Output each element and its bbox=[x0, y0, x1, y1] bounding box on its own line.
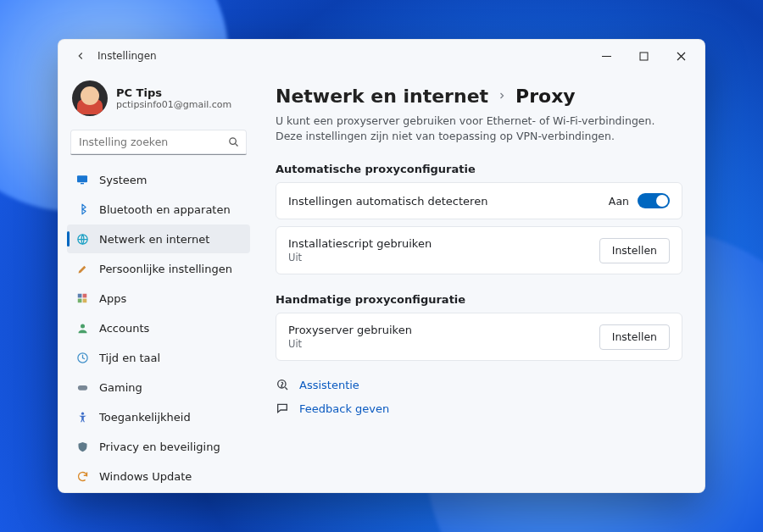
sidebar-item-time-language[interactable]: Tijd en taal bbox=[67, 343, 250, 372]
svg-rect-6 bbox=[78, 294, 82, 298]
sidebar-item-label: Apps bbox=[99, 292, 126, 305]
nav-list: Systeem Bluetooth en apparaten Netwerk e… bbox=[67, 165, 250, 490]
sidebar-item-label: Windows Update bbox=[99, 470, 192, 483]
apps-icon bbox=[75, 291, 89, 305]
settings-window: Instellingen PC Tips pctipsinfo01@gmail.… bbox=[58, 39, 705, 493]
sidebar-item-windows-update[interactable]: Windows Update bbox=[67, 462, 250, 490]
svg-point-13 bbox=[81, 412, 83, 414]
search-box bbox=[70, 130, 247, 155]
svg-rect-8 bbox=[78, 299, 82, 303]
shield-icon bbox=[75, 440, 89, 453]
sidebar-item-label: Persoonlijke instellingen bbox=[99, 263, 232, 275]
card-setup-script: Installatiescript gebruiken Uit Instelle… bbox=[276, 226, 682, 274]
sidebar-item-network[interactable]: Netwerk en internet bbox=[67, 224, 250, 253]
help-link-label: Assistentie bbox=[299, 379, 359, 391]
profile-name: PC Tips bbox=[116, 86, 231, 99]
section-manual-heading: Handmatige proxyconfiguratie bbox=[276, 293, 682, 306]
back-button[interactable] bbox=[69, 44, 92, 68]
svg-point-2 bbox=[230, 138, 237, 145]
sidebar-item-label: Systeem bbox=[99, 174, 147, 186]
svg-rect-12 bbox=[77, 385, 86, 391]
clock-globe-icon bbox=[75, 351, 89, 364]
chevron-right-icon bbox=[497, 88, 507, 104]
card-title: Proxyserver gebruiken bbox=[288, 324, 412, 336]
titlebar: Instellingen bbox=[58, 40, 705, 72]
sidebar-item-label: Netwerk en internet bbox=[99, 233, 209, 246]
breadcrumb-leaf: Proxy bbox=[515, 86, 576, 107]
footer-links: Assistentie Feedback geven bbox=[276, 378, 682, 415]
sidebar-item-label: Tijd en taal bbox=[99, 352, 160, 364]
display-icon bbox=[75, 173, 89, 186]
breadcrumb-parent[interactable]: Netwerk en internet bbox=[276, 86, 488, 107]
help-icon bbox=[276, 378, 289, 391]
feedback-icon bbox=[276, 402, 289, 415]
svg-rect-3 bbox=[77, 175, 87, 182]
toggle-state-label: Aan bbox=[609, 195, 629, 208]
minimize-button[interactable] bbox=[588, 43, 625, 69]
help-link[interactable]: Assistentie bbox=[276, 378, 682, 391]
svg-rect-4 bbox=[81, 183, 84, 184]
profile-email: pctipsinfo01@gmail.com bbox=[116, 99, 231, 110]
sidebar-item-label: Privacy en beveiliging bbox=[99, 441, 220, 453]
sidebar-item-accounts[interactable]: Accounts bbox=[67, 313, 250, 342]
card-title: Instellingen automatisch detecteren bbox=[288, 195, 487, 208]
section-auto-heading: Automatische proxyconfiguratie bbox=[276, 163, 682, 175]
update-icon bbox=[75, 469, 89, 483]
search-input[interactable] bbox=[70, 130, 247, 155]
sidebar-item-apps[interactable]: Apps bbox=[67, 284, 250, 313]
sidebar-item-personalization[interactable]: Persoonlijke instellingen bbox=[67, 254, 250, 283]
sidebar-item-label: Bluetooth en apparaten bbox=[99, 203, 231, 216]
page-subtitle: U kunt een proxyserver gebruiken voor Et… bbox=[276, 114, 682, 144]
svg-point-10 bbox=[81, 324, 85, 328]
card-state: Uit bbox=[288, 252, 432, 263]
svg-rect-9 bbox=[83, 299, 87, 303]
close-button[interactable] bbox=[662, 43, 699, 69]
card-manual-proxy: Proxyserver gebruiken Uit Instellen bbox=[276, 313, 682, 361]
sidebar-item-privacy[interactable]: Privacy en beveiliging bbox=[67, 432, 250, 461]
card-auto-detect: Instellingen automatisch detecteren Aan bbox=[276, 182, 682, 219]
card-title: Installatiescript gebruiken bbox=[288, 237, 432, 250]
auto-detect-toggle[interactable] bbox=[638, 193, 670, 208]
manual-proxy-button[interactable]: Instellen bbox=[599, 324, 670, 350]
svg-rect-7 bbox=[83, 294, 87, 298]
feedback-link[interactable]: Feedback geven bbox=[276, 402, 682, 415]
svg-point-15 bbox=[281, 386, 282, 387]
svg-rect-0 bbox=[602, 56, 611, 57]
sidebar-item-system[interactable]: Systeem bbox=[67, 165, 250, 194]
sidebar-item-accessibility[interactable]: Toegankelijkheid bbox=[67, 402, 250, 431]
bluetooth-icon bbox=[75, 202, 89, 216]
breadcrumb: Netwerk en internet Proxy bbox=[276, 86, 682, 107]
avatar bbox=[72, 80, 108, 116]
person-icon bbox=[75, 321, 89, 335]
accessibility-icon bbox=[75, 410, 89, 424]
sidebar-item-label: Gaming bbox=[99, 381, 142, 394]
setup-script-button[interactable]: Instellen bbox=[599, 238, 670, 263]
gaming-icon bbox=[75, 380, 89, 394]
paintbrush-icon bbox=[75, 262, 89, 275]
window-title: Instellingen bbox=[97, 50, 157, 62]
content-area: Netwerk en internet Proxy U kunt een pro… bbox=[259, 72, 705, 492]
sidebar-item-label: Toegankelijkheid bbox=[99, 411, 191, 424]
card-state: Uit bbox=[288, 338, 412, 350]
sidebar-item-label: Accounts bbox=[99, 322, 149, 335]
svg-rect-1 bbox=[640, 53, 648, 60]
sidebar: PC Tips pctipsinfo01@gmail.com Systeem B… bbox=[58, 72, 259, 492]
search-icon bbox=[227, 136, 240, 152]
profile-block[interactable]: PC Tips pctipsinfo01@gmail.com bbox=[67, 75, 250, 128]
sidebar-item-bluetooth[interactable]: Bluetooth en apparaten bbox=[67, 195, 250, 224]
feedback-link-label: Feedback geven bbox=[299, 402, 389, 415]
maximize-button[interactable] bbox=[625, 43, 662, 69]
network-icon bbox=[75, 232, 89, 246]
sidebar-item-gaming[interactable]: Gaming bbox=[67, 373, 250, 402]
